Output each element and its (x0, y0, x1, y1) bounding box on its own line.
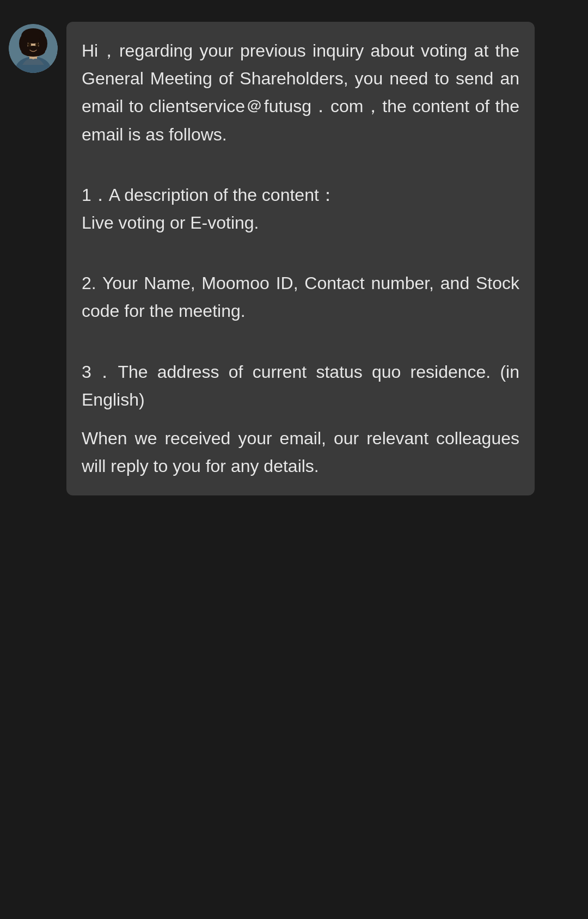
chat-container: Hi，regarding your previous inquiry about… (0, 11, 588, 506)
message-content: Hi，regarding your previous inquiry about… (82, 37, 519, 480)
intro-paragraph: Hi，regarding your previous inquiry about… (82, 37, 519, 149)
svg-point-9 (35, 43, 39, 47)
avatar (9, 24, 58, 73)
item2-paragraph: 2. Your Name, Moomoo ID, Contact number,… (82, 269, 519, 325)
avatar-image (9, 24, 58, 73)
item3-follow: When we received your email, our relevan… (82, 425, 519, 480)
svg-point-8 (28, 43, 31, 47)
item3-label: 3．The address of current status quo resi… (82, 358, 519, 414)
message-bubble: Hi，regarding your previous inquiry about… (66, 22, 535, 495)
item1-label: 1．A description of the content： Live vot… (82, 181, 519, 237)
